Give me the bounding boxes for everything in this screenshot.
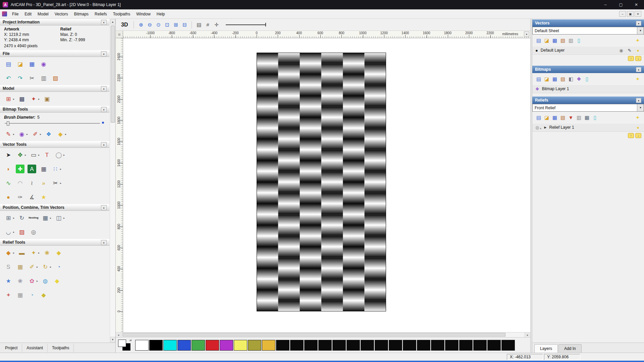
move-layer-up-button[interactable]: ↑ [628, 133, 634, 138]
measure-button[interactable]: ∡ [28, 193, 36, 201]
import-relief-button[interactable]: ▧ [559, 114, 567, 121]
create-ellipse-button[interactable]: ◯▸ [54, 150, 65, 159]
chevron-down-icon[interactable]: ▼ [637, 104, 644, 111]
collapse-section-button[interactable]: ▲ [101, 107, 107, 112]
palette-swatch[interactable] [487, 340, 501, 351]
spiral-button[interactable]: ◎ [29, 228, 38, 236]
collapse-section-button[interactable]: ▲ [101, 86, 107, 91]
pan-view-button[interactable]: ✛ [212, 21, 220, 29]
emboss-wizard-button[interactable]: ❀ [16, 277, 24, 285]
palette-swatch[interactable] [417, 340, 430, 351]
delete-relief-layer-button[interactable]: ▯ [591, 114, 599, 121]
palette-swatch[interactable] [332, 340, 346, 351]
zoom-previous-button[interactable]: ⊙ [154, 21, 162, 29]
create-grid-button[interactable]: ▦ [39, 165, 48, 173]
toggle-all-bitmaps-button[interactable]: ✦ [634, 75, 641, 82]
convert-text-to-vectors-button[interactable]: A [28, 165, 36, 173]
palette-swatch[interactable] [346, 340, 360, 351]
relief-extra-3-button[interactable]: ◔ [28, 291, 36, 299]
vector-boolean-button[interactable]: ◫▸ [54, 214, 65, 222]
open-bitmap-layer-button[interactable]: ◪ [543, 75, 550, 82]
undo-button[interactable]: ↶ [4, 74, 13, 82]
palette-swatch[interactable] [403, 340, 416, 351]
offset-vector-button[interactable]: ◗ [4, 165, 13, 173]
duplicate-relief-button[interactable]: ▥ [575, 114, 583, 121]
import-vectors-button[interactable]: ▧ [559, 37, 567, 44]
relief-layer-row[interactable]: ◍ + ▶ Relief Layer 1 ● [532, 123, 644, 132]
menu-bitmaps[interactable]: Bitmaps [71, 10, 92, 18]
palette-swatch[interactable] [177, 340, 191, 351]
new-vector-layer-button[interactable]: ▤ [535, 37, 542, 44]
texture-relief-button[interactable]: ✐▸ [28, 262, 38, 271]
add-relief-clipart-button[interactable]: ✦▸ [29, 95, 40, 103]
new-bitmap-layer-button[interactable]: ▤ [535, 75, 542, 82]
horizontal-scrollbar[interactable]: ◂ ▸ [116, 332, 530, 337]
minimize-button[interactable]: – [598, 0, 613, 9]
move-layer-up-button[interactable]: ↑ [628, 56, 634, 61]
move-layer-down-button[interactable]: ↓ [635, 133, 641, 138]
tab-toolpaths[interactable]: Toolpaths [48, 344, 74, 352]
relief-grid-button[interactable]: ▦ [583, 114, 591, 121]
shape-editor-button[interactable]: ◆▸ [4, 248, 14, 257]
cut-button[interactable]: ✂ [28, 74, 36, 82]
scrollbar-thumb[interactable] [122, 333, 505, 337]
star-wizard-button[interactable]: ★ [4, 277, 13, 285]
tab-layers[interactable]: Layers [534, 344, 558, 353]
colour-palette-button[interactable]: ❖ [44, 130, 53, 138]
layer-visibility-icon[interactable]: ● [635, 124, 641, 130]
wrap-star-button[interactable]: ★ [39, 193, 48, 201]
menu-window[interactable]: Window [133, 10, 154, 18]
paint-selective-button[interactable]: ◉▸ [17, 130, 28, 138]
collapse-section-button[interactable]: ▲ [636, 21, 641, 26]
tab-project[interactable]: Project [1, 344, 22, 352]
paint-button[interactable]: ✎▸ [4, 130, 14, 138]
create-cylinder-button[interactable]: ● [4, 193, 13, 201]
menu-edit[interactable]: Edit [21, 10, 35, 18]
palette-swatch[interactable] [192, 340, 205, 351]
sculpting-button[interactable]: ✦▸ [29, 248, 40, 257]
create-freehand-button[interactable]: ∿ [4, 179, 13, 187]
collapse-section-button[interactable]: ▲ [636, 67, 641, 72]
delete-vector-layer-button[interactable]: ▯ [575, 37, 583, 44]
create-polyline-button[interactable]: ✚ [16, 165, 24, 173]
switch-to-3d-button[interactable]: 3D [118, 21, 130, 28]
swap-colours-icon[interactable]: ⇄ [129, 339, 132, 342]
scroll-left-button[interactable]: ◂ [116, 333, 121, 337]
snap-toggle-button[interactable]: # [204, 21, 212, 29]
palette-swatch[interactable] [163, 340, 177, 351]
mdi-minimize-button[interactable]: – [619, 11, 626, 17]
export-vectors-button[interactable]: ▥ [567, 37, 575, 44]
node-editing-button[interactable]: ✑ [16, 193, 24, 201]
scrollbar-thumb[interactable] [111, 25, 115, 123]
sheet-select[interactable]: Default Sheet ▼ [532, 27, 644, 35]
relief-extra-2-button[interactable]: ▦ [16, 291, 24, 299]
swept-profile-button[interactable]: S [4, 262, 13, 271]
menu-help[interactable]: Help [154, 10, 168, 18]
collapse-section-button[interactable]: ▲ [101, 205, 107, 210]
print-preview-button[interactable]: ▤ [195, 21, 203, 29]
import-bitmap-button[interactable]: ▧ [559, 75, 567, 82]
layer-colour-icon[interactable]: ● [535, 48, 538, 53]
scroll-up-button[interactable]: ▲ [110, 19, 115, 24]
collapse-section-button[interactable]: ▲ [101, 20, 107, 25]
align-vectors-button[interactable]: ▦▸ [41, 214, 51, 222]
maximize-button[interactable]: ▢ [613, 0, 629, 9]
expander-icon[interactable]: ▶ [544, 126, 547, 129]
menu-toolpaths[interactable]: Toolpaths [110, 10, 133, 18]
slider-handle[interactable] [7, 121, 9, 126]
toggle-all-vectors-button[interactable]: ✦ [634, 37, 641, 44]
vector-layer-row[interactable]: ● Default Layer ◉✎● [532, 46, 644, 55]
assistant-scrollbar[interactable]: ▲ ▼ [110, 19, 115, 343]
palette-swatch[interactable] [445, 340, 459, 351]
transform-vectors-button[interactable]: ✥▸ [16, 150, 26, 159]
chevron-down-icon[interactable]: ▼ [637, 27, 644, 34]
adjust-model-button[interactable]: ▩ [17, 95, 26, 103]
convert-bitmap-button[interactable]: ❖ [575, 75, 583, 82]
new-model-button[interactable]: ▤ [4, 60, 13, 68]
block-copy-button[interactable]: ⊞▸ [4, 214, 14, 222]
draw-dots-button[interactable]: ✐▸ [31, 130, 41, 138]
collapse-section-button[interactable]: ▲ [101, 51, 107, 56]
scroll-right-button[interactable]: ▸ [525, 333, 530, 337]
smooth-relief-button[interactable]: ▬ [17, 248, 26, 257]
fit-arc-button[interactable]: ◠ [16, 179, 24, 187]
